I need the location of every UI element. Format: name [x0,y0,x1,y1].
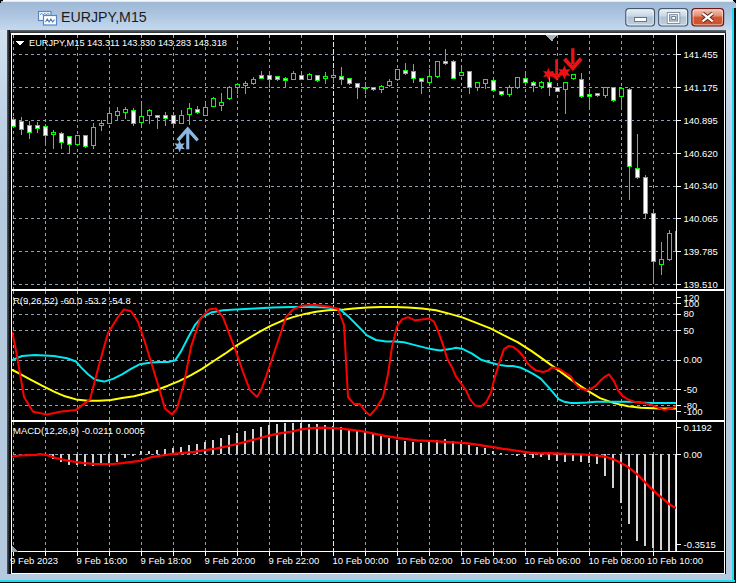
svg-text:9 Feb 20:00: 9 Feb 20:00 [205,555,256,566]
svg-text:10 Feb 08:00: 10 Feb 08:00 [589,555,645,566]
svg-text:140.895: 140.895 [684,115,718,126]
svg-text:-100: -100 [684,406,703,417]
svg-text:EURJPY,M15 143.311 143.330 14: EURJPY,M15 143.311 143.330 143.283 143.3… [29,38,227,48]
svg-text:10 Feb 10:00: 10 Feb 10:00 [647,555,703,566]
svg-text:-50: -50 [684,384,698,395]
svg-text:9 Feb 16:00: 9 Feb 16:00 [77,555,128,566]
svg-text:140.065: 140.065 [684,213,718,224]
svg-text:0.1192: 0.1192 [684,422,712,433]
svg-text:141.175: 141.175 [684,82,718,93]
svg-text:100: 100 [684,298,700,309]
svg-text:EURJPY,M15: EURJPY,M15 [61,9,147,25]
svg-text:R(9,26,52) -60.0 -53.2 -54.8: R(9,26,52) -60.0 -53.2 -54.8 [13,295,131,306]
svg-text:-0.3515: -0.3515 [684,539,716,550]
svg-text:MACD(12,26,9) -0.0211 0.0005: MACD(12,26,9) -0.0211 0.0005 [13,425,145,436]
svg-text:10 Feb 00:00: 10 Feb 00:00 [333,555,389,566]
svg-text:141.455: 141.455 [684,49,718,60]
svg-text:140.620: 140.620 [684,148,718,159]
svg-text:10 Feb 06:00: 10 Feb 06:00 [525,555,581,566]
svg-text:9 Feb 2023: 9 Feb 2023 [10,555,58,566]
svg-text:0.00: 0.00 [684,449,703,460]
svg-text:0.00: 0.00 [684,354,703,365]
svg-text:139.785: 139.785 [684,246,718,257]
svg-text:9 Feb 18:00: 9 Feb 18:00 [141,555,192,566]
svg-text:50: 50 [684,325,695,336]
svg-text:80: 80 [684,308,695,319]
svg-text:139.510: 139.510 [684,279,718,290]
svg-text:10 Feb 02:00: 10 Feb 02:00 [397,555,453,566]
svg-text:10 Feb 04:00: 10 Feb 04:00 [461,555,517,566]
svg-text:9 Feb 22:00: 9 Feb 22:00 [269,555,320,566]
svg-text:140.340: 140.340 [684,180,718,191]
